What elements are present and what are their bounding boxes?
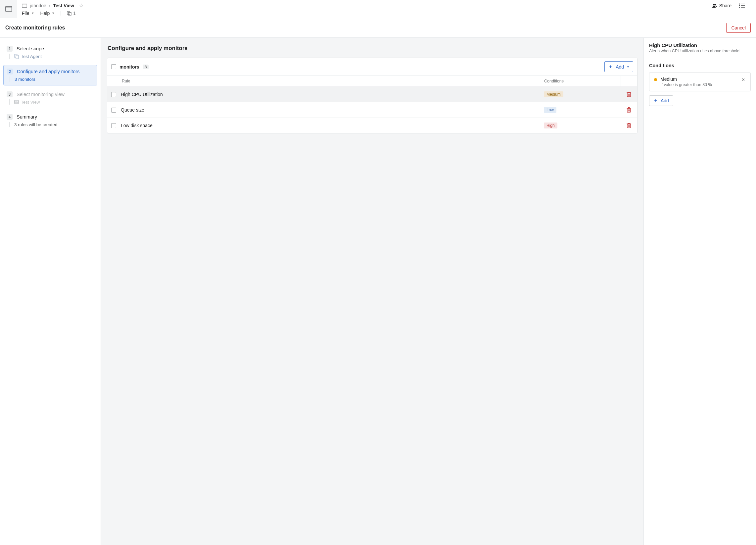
step-sub-label: Test View xyxy=(21,100,40,105)
row-checkbox[interactable] xyxy=(111,123,116,128)
svg-rect-31 xyxy=(628,123,630,123)
severity-dot-icon xyxy=(654,78,657,81)
monitors-table: monitors 3 ＋ Add ▼ Rule Conditions xyxy=(107,58,638,133)
step-number: 1 xyxy=(7,46,13,52)
divider xyxy=(61,11,61,16)
svg-rect-18 xyxy=(627,92,631,93)
svg-rect-25 xyxy=(628,107,630,108)
menu-file[interactable]: File ▼ xyxy=(22,11,34,16)
star-icon[interactable]: ☆ xyxy=(79,2,83,9)
rule-name: Low disk space xyxy=(121,123,153,128)
breadcrumb-view[interactable]: Test View xyxy=(53,3,74,8)
step-configure-monitors[interactable]: 2 Configure and apply monitors 3 monitor… xyxy=(3,65,97,85)
svg-point-6 xyxy=(739,3,740,4)
table-row[interactable]: Queue size Low xyxy=(107,102,637,117)
step-select-scope[interactable]: 1 Select scope Test Agent xyxy=(3,42,97,62)
page-title: Create monitoring rules xyxy=(5,25,65,31)
condition-label: Medium xyxy=(660,76,737,82)
step-summary[interactable]: 4 Summary 3 rules will be created xyxy=(3,111,97,130)
trash-icon[interactable] xyxy=(627,123,631,128)
detail-title: High CPU Utilization xyxy=(649,42,751,48)
col-header-actions xyxy=(621,76,637,86)
condition-rule-text: If value is greater than 80 % xyxy=(660,82,737,87)
table-row[interactable]: Low disk space High xyxy=(107,117,637,133)
viewers-count: 1 xyxy=(73,11,76,16)
share-button[interactable]: Share xyxy=(712,3,732,8)
svg-rect-10 xyxy=(741,5,745,6)
main-panel: Configure and apply monitors monitors 3 … xyxy=(101,38,643,545)
svg-rect-30 xyxy=(627,123,631,124)
step-connector xyxy=(9,122,10,127)
add-condition-button[interactable]: ＋ Add xyxy=(649,95,673,106)
step-title: Select scope xyxy=(17,46,44,51)
app-icon xyxy=(0,0,17,18)
chevron-down-icon: ▼ xyxy=(52,12,55,15)
detail-panel: High CPU Utilization Alerts when CPU uti… xyxy=(643,38,756,545)
step-connector xyxy=(9,54,10,59)
step-title: Select monitoring view xyxy=(17,92,65,97)
step-connector xyxy=(9,99,10,105)
wizard-sidebar: 1 Select scope Test Agent 2 Confi xyxy=(0,38,101,545)
svg-rect-0 xyxy=(5,7,12,12)
app-header: johndoe › Test View ☆ Share File xyxy=(0,0,756,18)
step-sub-label: 3 monitors xyxy=(15,77,35,82)
subheader: Create monitoring rules Cancel xyxy=(0,18,756,38)
list-icon[interactable] xyxy=(739,3,745,8)
viewers-icon xyxy=(67,11,72,16)
breadcrumb-icon xyxy=(22,4,27,8)
svg-point-5 xyxy=(715,4,716,5)
table-count-badge: 3 xyxy=(143,65,149,69)
step-sub-label: 3 rules will be created xyxy=(14,122,58,127)
condition-card[interactable]: Medium If value is greater than 80 % ✕ xyxy=(649,72,751,91)
svg-rect-15 xyxy=(16,55,19,59)
menu-help[interactable]: Help ▼ xyxy=(40,11,55,16)
svg-rect-11 xyxy=(741,7,745,8)
step-number: 3 xyxy=(7,91,13,97)
svg-rect-2 xyxy=(22,4,27,7)
add-monitor-button[interactable]: ＋ Add ▼ xyxy=(604,61,633,72)
col-header-conditions[interactable]: Conditions xyxy=(540,76,621,86)
step-select-view[interactable]: 3 Select monitoring view Test View xyxy=(3,88,97,108)
trash-icon[interactable] xyxy=(627,92,631,97)
plus-icon: ＋ xyxy=(653,98,658,104)
menu-help-label: Help xyxy=(40,11,50,16)
close-icon[interactable]: ✕ xyxy=(741,76,746,83)
row-checkbox[interactable] xyxy=(111,108,116,113)
svg-point-8 xyxy=(739,7,740,8)
add-condition-label: Add xyxy=(661,98,669,103)
conditions-heading: Conditions xyxy=(649,63,751,68)
table-row[interactable]: High CPU Utilization Medium xyxy=(107,86,637,102)
add-label: Add xyxy=(616,64,624,69)
share-label: Share xyxy=(719,3,732,8)
cancel-button[interactable]: Cancel xyxy=(726,23,751,33)
step-number: 4 xyxy=(7,114,13,120)
main-title: Configure and apply monitors xyxy=(108,45,638,52)
step-connector xyxy=(10,76,10,82)
svg-rect-19 xyxy=(628,92,630,92)
viewers-indicator[interactable]: 1 xyxy=(67,11,76,16)
rule-name: Queue size xyxy=(121,107,144,113)
row-checkbox[interactable] xyxy=(111,92,116,97)
trash-icon[interactable] xyxy=(627,107,631,113)
svg-point-7 xyxy=(739,5,740,6)
detail-description: Alerts when CPU utilization rises above … xyxy=(649,49,751,58)
step-number: 2 xyxy=(7,68,13,74)
severity-badge: Medium xyxy=(544,91,563,97)
severity-badge: High xyxy=(544,122,557,128)
step-sub-label[interactable]: Test Agent xyxy=(21,54,42,59)
table-title: monitors xyxy=(119,64,139,69)
svg-rect-9 xyxy=(741,4,745,4)
select-all-checkbox[interactable] xyxy=(111,64,116,69)
chevron-down-icon: ▼ xyxy=(627,65,630,68)
breadcrumb-separator: › xyxy=(49,3,51,8)
col-header-rule[interactable]: Rule xyxy=(107,76,540,86)
chevron-down-icon: ▼ xyxy=(31,12,34,15)
view-icon xyxy=(14,100,19,104)
people-icon xyxy=(712,3,717,8)
plus-icon: ＋ xyxy=(608,64,613,70)
breadcrumb-owner[interactable]: johndoe xyxy=(30,3,46,8)
svg-point-4 xyxy=(713,4,715,5)
rule-name: High CPU Utilization xyxy=(121,92,163,97)
svg-rect-24 xyxy=(627,108,631,109)
step-title: Summary xyxy=(17,114,37,119)
